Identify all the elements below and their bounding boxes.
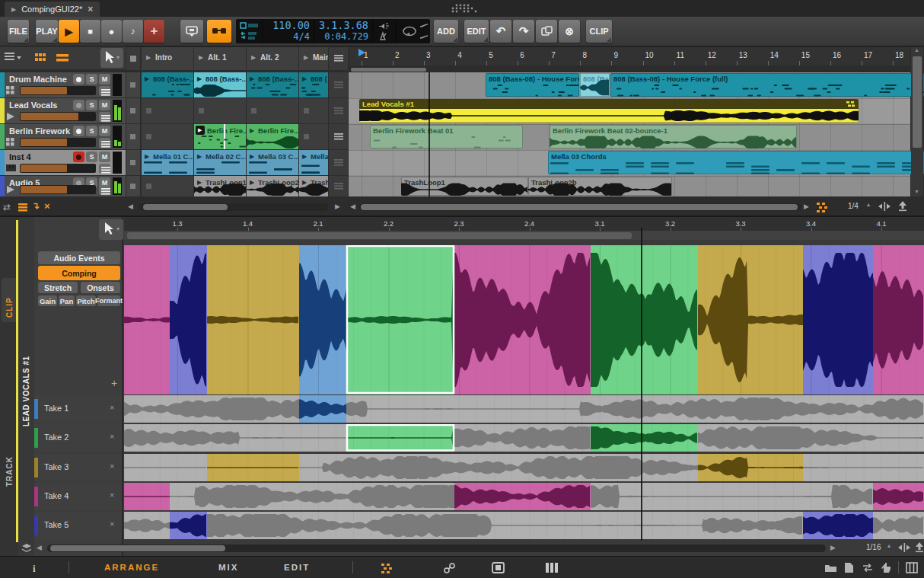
editor-ruler[interactable]: 1.31.42.12.22.32.43.13.23.33.44.1 (124, 217, 924, 231)
play-start-marker-icon[interactable] (358, 49, 365, 56)
punch-add-button[interactable]: + (144, 20, 164, 43)
hand-cursor-icon[interactable] (881, 562, 892, 573)
arranger-clip[interactable]: TrashLoop1 (401, 177, 528, 196)
arranger-scroll-thumb[interactable] (361, 204, 798, 210)
track-header[interactable]: Drum MachineSM (0, 72, 126, 97)
arranger-scroll-right[interactable]: ▶ (804, 203, 809, 210)
file-menu-button[interactable]: FILE (8, 20, 29, 43)
expand-up-icon[interactable] (915, 542, 924, 553)
clip-cell[interactable] (142, 176, 193, 196)
arranger-clip[interactable]: 808 (Bass-08) - House Force (full) (610, 73, 924, 97)
take-remove-button[interactable]: × (110, 432, 114, 441)
comping-button[interactable]: Comping (38, 266, 120, 280)
scene-header[interactable]: ▶Alt. 1 (194, 47, 246, 70)
tab-clip[interactable]: CLIP (5, 284, 14, 318)
arranger-clip[interactable]: Lead Vocals #1 (359, 99, 859, 123)
take-row[interactable]: Take 4× (34, 483, 122, 510)
editor-scroll-right[interactable]: ▶ (830, 544, 836, 551)
track-header[interactable]: Audio 5SM (0, 176, 126, 196)
clip-menu-button[interactable]: CLIP (586, 20, 612, 43)
record-button[interactable]: ● (101, 20, 122, 43)
scene-play-icon[interactable]: ▶ (199, 54, 203, 61)
time-signature-display[interactable]: 4/4 (293, 31, 310, 43)
track-header[interactable]: Berlin Firework KitSM (0, 124, 126, 149)
scene-header[interactable]: ▶Intro (142, 47, 193, 70)
record-arm-button[interactable] (73, 74, 84, 85)
clip-cell[interactable] (299, 98, 328, 123)
scene-play-icon[interactable]: ▶ (304, 54, 308, 61)
alt-takes-cell[interactable] (329, 72, 348, 97)
take-row[interactable]: Take 1× (34, 395, 122, 423)
comp-mode-button[interactable] (207, 20, 231, 43)
link-icon[interactable] (444, 563, 456, 573)
clip-stop-button[interactable] (126, 176, 140, 196)
delete-button[interactable]: ⊗ (559, 20, 580, 43)
onsets-button[interactable]: Onsets (81, 282, 120, 293)
take-remove-button[interactable]: × (110, 490, 114, 500)
arranger-clip[interactable]: 808 (Bass-08) - House Force ( (486, 73, 579, 97)
tempo-display[interactable]: 110.00 (272, 20, 310, 31)
scene-play-icon[interactable]: ▶ (146, 54, 151, 61)
gain-button[interactable]: Gain (38, 295, 57, 306)
mute-button[interactable]: M (99, 126, 110, 136)
alt-takes-cell[interactable] (329, 98, 348, 123)
tab-track[interactable]: TRACK (5, 445, 14, 487)
tab-mix[interactable]: MIX (218, 563, 238, 572)
follow-arrow-icon[interactable]: ↴ (32, 200, 40, 211)
deactivate-icon[interactable]: × (44, 200, 50, 212)
volume-fader[interactable] (20, 185, 96, 194)
clip-cell[interactable]: ▶808 (Bass-... (194, 72, 246, 97)
scroll-up-icon[interactable]: ▲ (914, 47, 919, 53)
redo-button[interactable]: ↷ (513, 20, 534, 43)
take-lane[interactable] (124, 395, 924, 423)
file-page-icon[interactable] (844, 562, 854, 573)
editor-scrollbar[interactable] (47, 544, 826, 552)
formant-button[interactable]: Formant (97, 295, 120, 306)
stop-all-header[interactable] (126, 47, 140, 70)
launcher-scroll-thumb[interactable] (143, 204, 228, 210)
launcher-scroll-left[interactable]: ◀ (128, 203, 133, 210)
clip-cell[interactable] (194, 98, 246, 123)
focus-frame-icon[interactable] (492, 562, 505, 574)
editor-grid-value[interactable]: 1/16 (866, 543, 881, 551)
record-arm-button[interactable] (73, 100, 84, 110)
vscroll-thumb[interactable] (913, 56, 922, 148)
take-lane[interactable] (124, 454, 924, 481)
arranger-clip[interactable]: Mella 03 Chords (548, 151, 924, 174)
clip-cell[interactable]: ▶Mella 03 C... (247, 150, 298, 175)
take-lane[interactable] (124, 512, 924, 539)
browser-icon[interactable] (824, 563, 837, 573)
info-button[interactable]: i (33, 563, 37, 575)
comp-dots-icon[interactable] (381, 563, 396, 573)
track-menu-button[interactable] (99, 86, 110, 96)
grid-dropdown-icon[interactable]: ▴ (887, 542, 891, 549)
scene-header[interactable]: ▶Alt. 2 (247, 47, 298, 70)
record-arm-button[interactable] (73, 152, 84, 162)
arranger-ruler[interactable]: 123456789101112131415161718 (349, 47, 910, 65)
clip-cell[interactable]: ▶Berlin Fire... (247, 124, 298, 149)
comp-editor-toggle-icon[interactable] (816, 202, 829, 212)
track-io-toggle-icon[interactable]: ⇄ (3, 202, 11, 212)
audio-events-button[interactable]: Audio Events (38, 251, 120, 264)
clip-cell[interactable]: ▶TrashLoop1 (194, 176, 246, 196)
editor-arrow-tool-button[interactable]: ▾ (99, 219, 123, 240)
scene-play-icon[interactable]: ▶ (251, 54, 256, 61)
clip-stop-button[interactable] (126, 72, 140, 97)
project-tab[interactable]: ▶ CompingGUI22* × (5, 2, 100, 17)
clip-cell[interactable]: ▶Mella (299, 150, 328, 175)
clip-cell[interactable]: ▶Trash (299, 176, 328, 196)
edit-menu-button[interactable]: EDIT (464, 20, 489, 43)
alt-takes-cell[interactable] (329, 176, 348, 196)
launcher-scroll-right[interactable]: ▶ (335, 203, 340, 210)
solo-button[interactable]: S (86, 126, 97, 136)
expand-up-icon[interactable] (898, 201, 907, 212)
grid-dropdown-icon[interactable]: ▴ (867, 201, 870, 208)
editor-scroll-thumb[interactable] (50, 545, 225, 551)
arranger-scrollbar[interactable] (359, 203, 801, 211)
tab-arrange[interactable]: ARRANGE (104, 563, 159, 572)
take-row[interactable]: Take 3× (34, 454, 122, 481)
editor-playhead[interactable] (641, 228, 642, 541)
take-row[interactable]: Take 5× (34, 512, 122, 539)
duplicate-button[interactable] (536, 20, 557, 43)
alt-takes-cell[interactable] (329, 150, 348, 175)
